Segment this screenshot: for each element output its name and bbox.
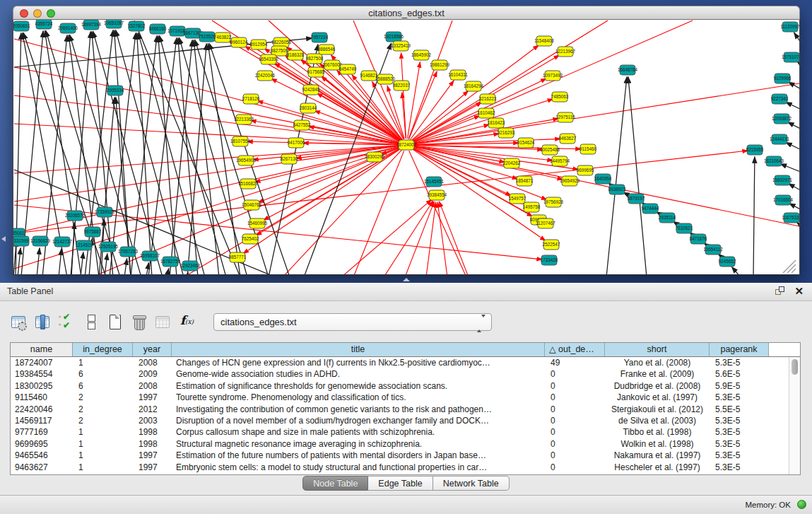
graph-edge[interactable] bbox=[411, 90, 469, 141]
cell-name[interactable]: 9699695 bbox=[11, 438, 73, 450]
cell-year[interactable]: 1997 bbox=[133, 450, 172, 461]
cell-name[interactable]: 18724007 bbox=[11, 357, 73, 368]
cell-pagerank[interactable]: 5.9E-5 bbox=[710, 380, 769, 392]
graph-edge[interactable] bbox=[384, 201, 433, 274]
column-header-name[interactable]: name bbox=[11, 343, 73, 356]
delete-icon[interactable] bbox=[130, 313, 148, 331]
table-row[interactable]: 1938455462009Genome-wide association stu… bbox=[11, 368, 789, 380]
cell-out_de[interactable]: 0 bbox=[545, 368, 605, 380]
graph-edge[interactable] bbox=[426, 201, 436, 274]
cell-name[interactable]: 9777169 bbox=[11, 426, 73, 438]
rows-icon[interactable] bbox=[82, 313, 100, 331]
canvas-resize-grip[interactable] bbox=[783, 260, 796, 273]
cell-short[interactable]: Jankovic et al. (1997) bbox=[605, 392, 710, 403]
graph-edge[interactable] bbox=[14, 151, 748, 233]
column-header-in_degree[interactable]: in_degree bbox=[73, 343, 133, 356]
cell-name[interactable]: 18300295 bbox=[11, 380, 73, 392]
cell-out_de[interactable]: 0 bbox=[545, 392, 605, 403]
cell-out_de[interactable]: 0 bbox=[545, 438, 605, 450]
graph-edge[interactable] bbox=[731, 267, 741, 274]
column-header-title[interactable]: title bbox=[172, 343, 545, 356]
close-panel-icon[interactable]: ✕ bbox=[794, 286, 804, 296]
cell-title[interactable]: Disruption of a novel member of a sodium… bbox=[172, 415, 545, 426]
cell-in_degree[interactable]: 6 bbox=[73, 368, 133, 380]
cell-short[interactable]: Stergiakouli et al. (2012) bbox=[605, 404, 710, 415]
graph-edge[interactable] bbox=[18, 247, 20, 274]
table-row[interactable]: 2242004622012Investigating the contribut… bbox=[11, 404, 789, 415]
graph-edge[interactable] bbox=[71, 222, 74, 274]
cell-in_degree[interactable]: 1 bbox=[73, 357, 133, 368]
graph-edge[interactable] bbox=[786, 102, 799, 112]
cell-in_degree[interactable]: 2 bbox=[73, 415, 133, 426]
table-mode-icon[interactable] bbox=[10, 313, 28, 331]
graph-edge[interactable] bbox=[81, 252, 83, 274]
cell-year[interactable]: 2008 bbox=[133, 357, 172, 368]
table-row[interactable]: 1456911722003Disruption of a novel membe… bbox=[11, 415, 789, 426]
new-document-icon[interactable] bbox=[106, 313, 124, 331]
table-row[interactable]: 1830029562008Estimation of significance … bbox=[11, 380, 789, 392]
cell-pagerank[interactable]: 5.3E-5 bbox=[710, 450, 769, 461]
cell-pagerank[interactable]: 5.3E-5 bbox=[710, 426, 769, 438]
table-row[interactable]: 911546021997Tourette syndrome. Phenomeno… bbox=[11, 392, 789, 403]
graph-edge[interactable] bbox=[797, 62, 799, 71]
graph-edge[interactable] bbox=[788, 184, 799, 193]
cell-short[interactable]: de Silva et al. (2003) bbox=[605, 415, 710, 426]
cell-short[interactable]: Wolkin et al. (1998) bbox=[605, 438, 710, 450]
split-divider-grip[interactable] bbox=[403, 278, 410, 281]
cell-out_de[interactable]: 0 bbox=[545, 415, 605, 426]
graph-edge[interactable] bbox=[786, 142, 799, 152]
graph-edge[interactable] bbox=[628, 76, 647, 274]
left-panel-collapse-arrow[interactable] bbox=[1, 236, 6, 242]
graph-edge[interactable] bbox=[409, 151, 466, 274]
graph-edge[interactable] bbox=[408, 21, 452, 139]
cell-year[interactable]: 1998 bbox=[133, 438, 172, 450]
graph-edge[interactable] bbox=[14, 39, 400, 144]
graph-edge[interactable] bbox=[124, 258, 127, 274]
cell-out_de[interactable]: 0 bbox=[545, 404, 605, 415]
graph-edge[interactable] bbox=[794, 33, 799, 49]
graph-edge[interactable] bbox=[187, 43, 206, 274]
cell-in_degree[interactable]: 1 bbox=[73, 462, 133, 473]
table-row[interactable]: 1872400712008Changes of HCN gene express… bbox=[11, 357, 789, 368]
cell-out_de[interactable]: 0 bbox=[545, 380, 605, 392]
graph-edge[interactable] bbox=[437, 201, 447, 274]
network-canvas[interactable]: 2050651435572420691406189973941065328715… bbox=[13, 20, 800, 275]
cell-name[interactable]: 22420046 bbox=[11, 404, 73, 415]
graph-edge[interactable] bbox=[160, 35, 226, 274]
graph-edge[interactable] bbox=[167, 268, 169, 274]
graph-edge[interactable] bbox=[341, 199, 432, 274]
cell-in_degree[interactable]: 6 bbox=[73, 380, 133, 392]
cell-year[interactable]: 1997 bbox=[133, 392, 172, 403]
cell-short[interactable]: Nakamura et al. (1997) bbox=[605, 450, 710, 461]
graph-edge[interactable] bbox=[787, 122, 799, 132]
cell-in_degree[interactable]: 1 bbox=[73, 438, 133, 450]
graph-edge[interactable] bbox=[780, 164, 799, 174]
graph-edge[interactable] bbox=[110, 33, 136, 274]
table-scrollbar[interactable] bbox=[789, 357, 800, 474]
graph-edge[interactable] bbox=[413, 83, 799, 144]
cell-pagerank[interactable]: 5.5E-5 bbox=[710, 404, 769, 415]
graph-edge[interactable] bbox=[439, 201, 469, 274]
tab-node-table[interactable]: Node Table bbox=[302, 476, 368, 491]
tab-edge-table[interactable]: Edge Table bbox=[368, 476, 433, 491]
graph-edge[interactable] bbox=[412, 21, 608, 141]
cell-year[interactable]: 2008 bbox=[133, 380, 172, 392]
cell-name[interactable]: 9465546 bbox=[11, 450, 73, 461]
cell-pagerank[interactable]: 5.3E-5 bbox=[710, 392, 769, 403]
cell-short[interactable]: Yano et al. (2008) bbox=[605, 357, 710, 368]
cell-name[interactable]: 19384554 bbox=[11, 368, 73, 380]
cell-in_degree[interactable]: 1 bbox=[73, 450, 133, 461]
cell-out_de[interactable]: 0 bbox=[545, 426, 605, 438]
cell-title[interactable]: Investigating the contribution of common… bbox=[172, 404, 545, 415]
cell-name[interactable]: 9115460 bbox=[11, 392, 73, 403]
graph-edge[interactable] bbox=[146, 262, 148, 274]
table-row[interactable]: 946362711997Embryonic stem cells: a mode… bbox=[11, 462, 789, 473]
window-titlebar[interactable]: citations_edges.txt bbox=[13, 6, 800, 20]
network-table-selector[interactable]: citations_edges.txt bbox=[213, 313, 492, 331]
table-row[interactable]: 946554611997Estimation of the future num… bbox=[11, 450, 789, 461]
cell-pagerank[interactable]: 5.3E-5 bbox=[710, 438, 769, 450]
graph-edge[interactable] bbox=[85, 30, 113, 274]
cell-name[interactable]: 9463627 bbox=[11, 462, 73, 473]
graph-edge[interactable] bbox=[411, 45, 539, 141]
cell-year[interactable]: 2003 bbox=[133, 415, 172, 426]
